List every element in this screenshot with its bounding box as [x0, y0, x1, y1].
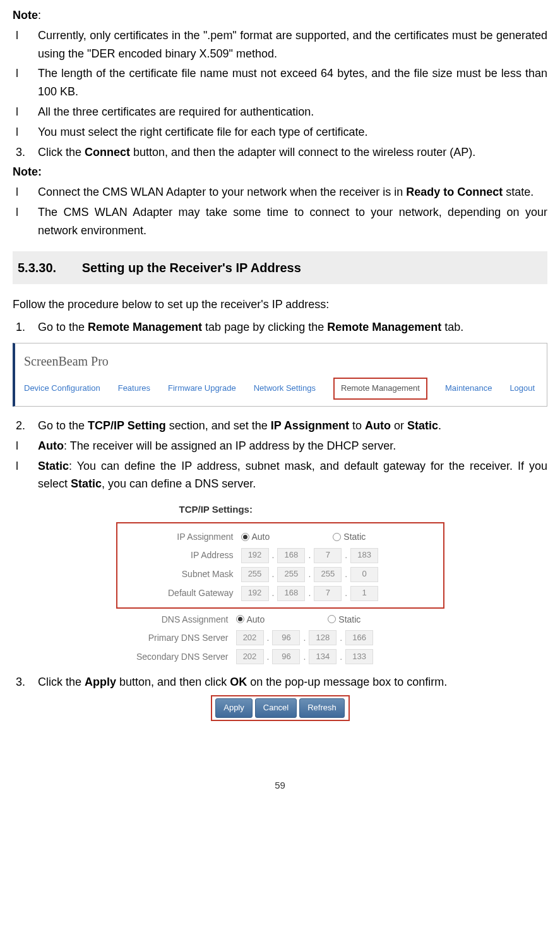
dns1-octet-input[interactable]: 96: [272, 630, 300, 645]
section-header: 5.3.30. Setting up the Receiver's IP Add…: [13, 251, 547, 284]
label-ip-assignment: IP Assignment: [121, 530, 241, 544]
dns2-octet-input[interactable]: 134: [309, 649, 337, 664]
radio-ip-auto[interactable]: Auto: [241, 530, 270, 544]
gateway-octet-input[interactable]: 192: [241, 586, 269, 601]
row-primary-dns: Primary DNS Server 202. 96. 128. 166: [116, 630, 444, 645]
cancel-button[interactable]: Cancel: [255, 698, 297, 718]
ip-octet-input[interactable]: 192: [241, 548, 269, 563]
step-number: 1.: [13, 318, 38, 337]
note-label: Note: [13, 9, 38, 21]
ip-octet-input[interactable]: 168: [277, 548, 305, 563]
list-item: l The length of the certificate file nam…: [13, 64, 547, 101]
dns2-octet-input[interactable]: 133: [345, 649, 373, 664]
app-title: ScreenBeam Pro: [24, 351, 538, 371]
bullet-marker: l: [13, 437, 38, 455]
bullet-text: All the three certificates are required …: [38, 103, 547, 121]
radio-icon: [328, 615, 336, 623]
tcpip-heading: TCP/IP Settings:: [116, 502, 444, 517]
dns2-octet-input[interactable]: 96: [272, 649, 300, 664]
bullet-text: Currently, only certificates in the ".pe…: [38, 27, 547, 63]
label-default-gateway: Default Gateway: [121, 586, 241, 600]
step-text: Go to the Remote Management tab page by …: [38, 318, 547, 337]
list-item: l Connect the CMS WLAN Adapter to your n…: [13, 183, 547, 201]
gateway-octet-input[interactable]: 7: [314, 586, 342, 601]
refresh-button[interactable]: Refresh: [299, 698, 345, 718]
step-text: Click the Connect button, and then the a…: [38, 143, 547, 162]
note-colon: :: [38, 9, 41, 21]
bullet-text: Connect the CMS WLAN Adapter to your net…: [38, 183, 547, 201]
bullet-marker: l: [13, 457, 38, 494]
tab-features[interactable]: Features: [118, 382, 150, 395]
screenshot-tcpip: TCP/IP Settings: IP Assignment Auto Stat…: [116, 502, 444, 664]
section-number: 5.3.30.: [18, 258, 56, 278]
gateway-octet-input[interactable]: 168: [277, 586, 305, 601]
list-item: l All the three certificates are require…: [13, 103, 547, 121]
dns1-octet-input[interactable]: 128: [309, 630, 337, 645]
tab-bar: Device Configuration Features Firmware U…: [24, 378, 538, 400]
subnet-octet-input[interactable]: 255: [241, 567, 269, 582]
tab-network-settings[interactable]: Network Settings: [254, 382, 316, 395]
bullet-text: Auto: The receiver will be assigned an I…: [38, 437, 547, 455]
tab-maintenance[interactable]: Maintenance: [445, 382, 492, 395]
subnet-octet-input[interactable]: 255: [314, 567, 342, 582]
screenshot-tabs: ScreenBeam Pro Device Configuration Feat…: [13, 343, 547, 407]
radio-dns-auto[interactable]: Auto: [236, 612, 265, 626]
bullet-text: Static: You can define the IP address, s…: [38, 457, 547, 494]
dns2-octet-input[interactable]: 202: [236, 649, 264, 664]
list-item: l The CMS WLAN Adapter may take some tim…: [13, 203, 547, 240]
label-dns-assignment: DNS Assignment: [116, 612, 236, 626]
bullet-marker: l: [13, 64, 38, 101]
numbered-step: 1. Go to the Remote Management tab page …: [13, 318, 547, 337]
list-item: l Currently, only certificates in the ".…: [13, 27, 547, 63]
radio-ip-static[interactable]: Static: [333, 530, 366, 544]
step-text: Go to the TCP/IP Setting section, and se…: [38, 417, 547, 435]
highlighted-box: IP Assignment Auto Static IP Address 192…: [116, 522, 444, 608]
tab-remote-management[interactable]: Remote Management: [333, 378, 427, 400]
label-subnet-mask: Subnet Mask: [121, 567, 241, 581]
radio-label: Auto: [252, 530, 270, 544]
radio-label: Auto: [247, 612, 265, 626]
tab-firmware-upgrade[interactable]: Firmware Upgrade: [168, 382, 236, 395]
bullet-text: You must select the right certificate fi…: [38, 123, 547, 141]
step-number: 3.: [13, 673, 38, 691]
radio-icon: [333, 533, 341, 541]
radio-icon: [236, 615, 244, 623]
subnet-octet-input[interactable]: 255: [277, 567, 305, 582]
gateway-octet-input[interactable]: 1: [350, 586, 378, 601]
tab-device-configuration[interactable]: Device Configuration: [24, 382, 100, 395]
row-secondary-dns: Secondary DNS Server 202. 96. 134. 133: [116, 649, 444, 664]
ip-octet-input[interactable]: 7: [314, 548, 342, 563]
step-text: Click the Apply button, and then click O…: [38, 673, 547, 691]
radio-dns-static[interactable]: Static: [328, 612, 360, 626]
bullet-marker: l: [13, 103, 38, 121]
label-primary-dns: Primary DNS Server: [116, 631, 236, 645]
list-item: l You must select the right certificate …: [13, 123, 547, 141]
numbered-step: 2. Go to the TCP/IP Setting section, and…: [13, 417, 547, 435]
numbered-step: 3. Click the Apply button, and then clic…: [13, 673, 547, 691]
page-number: 59: [13, 778, 547, 793]
radio-icon: [241, 533, 249, 541]
bullet-text: The CMS WLAN Adapter may take some time …: [38, 203, 547, 240]
label-ip-address: IP Address: [121, 548, 241, 562]
subnet-octet-input[interactable]: 0: [350, 567, 378, 582]
note-label: Note:: [13, 163, 547, 181]
section-title: Setting up the Receiver's IP Address: [82, 261, 301, 275]
row-default-gateway: Default Gateway 192. 168. 7. 1: [121, 586, 439, 601]
row-ip-address: IP Address 192. 168. 7. 183: [121, 548, 439, 563]
numbered-step: 3. Click the Connect button, and then th…: [13, 143, 547, 162]
tab-logout[interactable]: Logout: [509, 382, 535, 395]
bullet-marker: l: [13, 203, 38, 240]
intro-paragraph: Follow the procedure below to set up the…: [13, 295, 547, 314]
note-block-1: Note:: [13, 6, 547, 25]
ip-octet-input[interactable]: 183: [350, 548, 378, 563]
row-dns-assignment: DNS Assignment Auto Static: [116, 612, 444, 626]
bullet-marker: l: [13, 27, 38, 63]
bullet-text: The length of the certificate file name …: [38, 64, 547, 101]
dns1-octet-input[interactable]: 166: [345, 630, 373, 645]
apply-button[interactable]: Apply: [215, 698, 253, 718]
screenshot-buttons: Apply Cancel Refresh: [211, 695, 350, 721]
list-item: l Auto: The receiver will be assigned an…: [13, 437, 547, 455]
list-item: l Static: You can define the IP address,…: [13, 457, 547, 494]
dns1-octet-input[interactable]: 202: [236, 630, 264, 645]
row-subnet-mask: Subnet Mask 255. 255. 255. 0: [121, 567, 439, 582]
